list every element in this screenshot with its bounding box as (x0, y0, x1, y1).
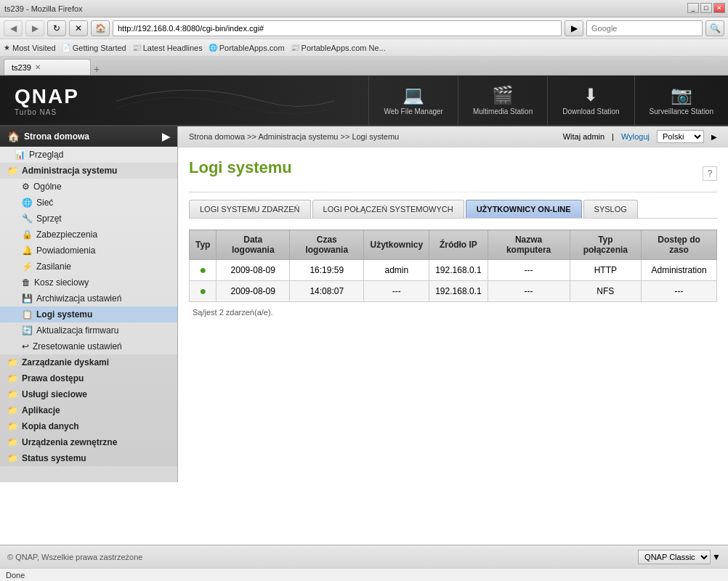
hardware-icon: 🔧 (22, 214, 33, 224)
folder-disk-icon: 📁 (7, 357, 18, 367)
cell-polaczenie-1: HTTP (570, 260, 642, 281)
language-select[interactable]: Polski English (657, 130, 704, 143)
nav-surveillance-station[interactable]: 📷 Surveillance Station (634, 76, 728, 125)
sidebar-item-logi[interactable]: 📋 Logi systemu (0, 306, 177, 322)
page-icon: 📄 (62, 44, 70, 52)
sidebar-item-kopia[interactable]: 📁 Kopia danych (0, 418, 177, 434)
help-icon[interactable]: ? (703, 166, 717, 181)
home-icon: 🏠 (7, 131, 20, 142)
col-typ: Typ (190, 230, 217, 260)
surveillance-station-icon: 📷 (671, 85, 692, 105)
status-icon-1: ● (199, 264, 206, 276)
welcome-text: Witaj admin (563, 132, 604, 141)
sidebar-item-prawa[interactable]: 📁 Prawa dostępu (0, 370, 177, 386)
page-content: Logi systemu ? LOGI SYSTEMU ZDARZEŃ LOGI… (178, 147, 728, 333)
theme-selector[interactable]: QNAP Classic ▼ (638, 550, 721, 564)
bookmark-getting-started[interactable]: 📄 Getting Started (62, 44, 126, 52)
sidebar-item-status[interactable]: 📁 Status systemu (0, 450, 177, 466)
nav-web-file-manager[interactable]: 💻 Web File Manager (368, 76, 458, 125)
feed-icon: 📰 (291, 44, 299, 52)
go-btn[interactable]: ▶ (565, 20, 583, 36)
window-controls[interactable]: _ □ ✕ (687, 3, 725, 13)
maximize-btn[interactable]: □ (700, 3, 712, 13)
close-btn[interactable]: ✕ (713, 3, 725, 13)
nav-download-station[interactable]: ⬇ Download Station (547, 76, 634, 125)
multimedia-station-icon: 🎬 (492, 85, 514, 105)
tab-logi-polaczen[interactable]: LOGI POŁĄCZEŃ SYSTEMOWYCH (312, 200, 464, 218)
tab-close-btn[interactable]: ✕ (35, 63, 41, 71)
sidebar-item-admin-systemu[interactable]: 📁 Administracja systemu (0, 163, 177, 179)
folder-apps-icon: 📁 (7, 405, 18, 415)
sidebar-item-siec[interactable]: 🌐 Sieć (0, 195, 177, 211)
tab-uzytkownicy-online[interactable]: UŻYTKOWNICY ON-LINE (466, 200, 582, 218)
sidebar-item-zarzadzanie[interactable]: 📁 Zarządzanie dyskami (0, 354, 177, 370)
sidebar-item-archiwizacja[interactable]: 💾 Archiwizacja ustawień (0, 290, 177, 306)
notifications-icon: 🔔 (22, 245, 33, 256)
settings-icon: ⚙ (22, 182, 30, 192)
sidebar-item-sprzet[interactable]: 🔧 Sprzęt (0, 211, 177, 227)
search-input[interactable] (586, 20, 703, 36)
sidebar-item-zasilanie[interactable]: ⚡ Zasilanie (0, 259, 177, 275)
browser-titlebar: ts239 - Mozilla Firefox _ □ ✕ (0, 0, 728, 17)
bookmark-portableapps-ne[interactable]: 📰 PortableApps.com Ne... (291, 44, 386, 52)
col-czas: Czas logowania (290, 230, 364, 260)
przeglad-icon: 📊 (15, 150, 25, 160)
copyright-text: © QNAP, Wszelkie prawa zastrzeżone (7, 553, 142, 561)
theme-select[interactable]: QNAP Classic (638, 550, 711, 564)
stop-btn[interactable]: ✕ (69, 20, 88, 36)
qnap-logo-text: QNAP (15, 85, 79, 108)
sidebar-item-przeglad[interactable]: 📊 Przegląd (0, 147, 177, 163)
status-text: Done (6, 571, 25, 580)
cell-typ-1: ● (190, 260, 217, 281)
col-polaczenie: Typ połączenia (570, 230, 642, 260)
status-icon-2: ● (199, 285, 206, 297)
refresh-btn[interactable]: ↻ (47, 20, 66, 36)
sidebar-item-ogolne[interactable]: ⚙ Ogólne (0, 179, 177, 195)
sidebar-item-urzadzenia[interactable]: 📁 Urządzenia zewnętrzne (0, 434, 177, 450)
download-station-icon: ⬇ (583, 85, 598, 105)
nav-multimedia-station[interactable]: 🎬 Multimedia Station (458, 76, 547, 125)
search-go-btn[interactable]: 🔍 (705, 20, 724, 36)
browser-toolbar: ◀ ▶ ↻ ✕ 🏠 ▶ 🔍 (0, 17, 728, 39)
table-row: ● 2009-08-09 14:08:07 --- 192.168.0.1 --… (190, 281, 717, 302)
security-icon: 🔒 (22, 229, 33, 240)
browser-tab-ts239[interactable]: ts239 ✕ (4, 59, 91, 75)
forward-btn[interactable]: ▶ (25, 20, 44, 36)
folder-status-icon: 📁 (7, 453, 18, 463)
sidebar-item-zresetowanie[interactable]: ↩ Zresetowanie ustawień (0, 338, 177, 354)
bookmark-latest-headlines[interactable]: 📰 Latest Headlines (132, 44, 203, 52)
cell-komputer-1: --- (488, 260, 570, 281)
sidebar-item-aktualizacja[interactable]: 🔄 Aktualizacja firmwaru (0, 322, 177, 338)
folder-devices-icon: 📁 (7, 437, 18, 447)
table-row: ● 2009-08-09 16:19:59 admin 192.168.0.1 … (190, 260, 717, 281)
col-dostep: Dostęp do zaso (642, 230, 717, 260)
minimize-btn[interactable]: _ (687, 3, 699, 13)
divider (189, 192, 717, 192)
bookmark-portableapps[interactable]: 🌐 PortableApps.com (209, 44, 285, 52)
tab-strip: LOGI SYSTEMU ZDARZEŃ LOGI POŁĄCZEŃ SYSTE… (189, 200, 717, 219)
home-btn[interactable]: 🏠 (91, 20, 110, 36)
qnap-subtitle: Turbo NAS (15, 108, 79, 116)
logout-link[interactable]: Wyloguj (621, 132, 650, 141)
browser-tab-bar: ts239 ✕ + (0, 57, 728, 76)
folder-services-icon: 📁 (7, 389, 18, 399)
network-icon: 🌐 (22, 198, 33, 208)
back-btn[interactable]: ◀ (4, 20, 23, 36)
reset-icon: ↩ (22, 341, 29, 352)
tab-logi-zdarzen[interactable]: LOGI SYSTEMU ZDARZEŃ (189, 200, 311, 218)
address-bar[interactable] (113, 20, 562, 36)
sidebar-item-zabezpieczenia[interactable]: 🔒 Zabezpieczenia (0, 227, 177, 243)
tab-syslog[interactable]: SYSLOG (583, 200, 638, 218)
col-komputer: Nazwa komputera (488, 230, 570, 260)
breadcrumb-right: Witaj admin | Wyloguj Polski English ▶ (563, 130, 717, 143)
new-tab-btn[interactable]: + (94, 63, 100, 75)
browser-title: ts239 - Mozilla Firefox (4, 4, 83, 13)
sidebar-item-uslugi[interactable]: 📁 Usługi sieciowe (0, 386, 177, 402)
bookmark-most-visited[interactable]: ★ Most Visited (4, 44, 56, 52)
sidebar-item-aplikacje[interactable]: 📁 Aplikacje (0, 402, 177, 418)
sidebar-collapse-btn[interactable]: ▶ (162, 131, 170, 142)
sidebar-item-powiadomienia[interactable]: 🔔 Powiadomienia (0, 243, 177, 259)
header-nav: 💻 Web File Manager 🎬 Multimedia Station … (368, 76, 728, 125)
cell-data-2: 2009-08-09 (217, 281, 290, 302)
sidebar-item-kosz[interactable]: 🗑 Kosz sieciowy (0, 275, 177, 290)
